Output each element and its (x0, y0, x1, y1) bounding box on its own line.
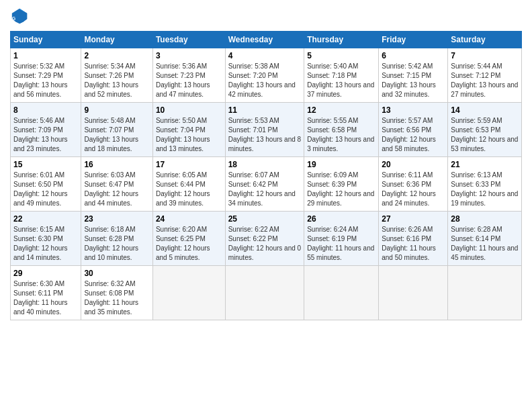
calendar-day-cell: 22 Sunrise: 6:15 AMSunset: 6:30 PMDaylig… (11, 212, 81, 266)
calendar-day-cell (225, 266, 304, 320)
day-number: 10 (156, 105, 222, 115)
day-info: Sunrise: 6:11 AMSunset: 6:36 PMDaylight:… (382, 171, 445, 208)
calendar-header-friday: Friday (379, 32, 448, 48)
calendar-day-cell: 30 Sunrise: 6:32 AMSunset: 6:08 PMDaylig… (81, 266, 152, 320)
day-number: 23 (84, 214, 149, 224)
day-number: 24 (156, 214, 222, 224)
calendar-header-sunday: Sunday (11, 32, 81, 48)
calendar-day-cell: 4 Sunrise: 5:38 AMSunset: 7:20 PMDayligh… (225, 48, 304, 103)
calendar-day-cell: 10 Sunrise: 5:50 AMSunset: 7:04 PMDaylig… (152, 103, 225, 157)
header: G (10, 7, 522, 26)
day-info: Sunrise: 6:05 AMSunset: 6:44 PMDaylight:… (156, 171, 222, 208)
calendar-day-cell: 5 Sunrise: 5:40 AMSunset: 7:18 PMDayligh… (304, 48, 379, 103)
calendar-week-row: 22 Sunrise: 6:15 AMSunset: 6:30 PMDaylig… (11, 212, 522, 266)
day-number: 13 (382, 105, 445, 115)
day-number: 8 (13, 105, 78, 115)
day-number: 19 (307, 160, 375, 169)
day-number: 7 (451, 51, 519, 60)
calendar-day-cell: 12 Sunrise: 5:55 AMSunset: 6:58 PMDaylig… (304, 103, 379, 157)
calendar-day-cell: 15 Sunrise: 6:01 AMSunset: 6:50 PMDaylig… (11, 157, 81, 212)
day-number: 29 (13, 269, 78, 278)
calendar-day-cell: 29 Sunrise: 6:30 AMSunset: 6:11 PMDaylig… (11, 266, 81, 320)
calendar-day-cell: 8 Sunrise: 5:46 AMSunset: 7:09 PMDayligh… (11, 103, 81, 157)
logo-icon: G (10, 7, 29, 26)
day-number: 26 (307, 214, 375, 224)
calendar-day-cell: 27 Sunrise: 6:26 AMSunset: 6:16 PMDaylig… (379, 212, 448, 266)
calendar-day-cell (152, 266, 225, 320)
calendar-day-cell (379, 266, 448, 320)
calendar-week-row: 1 Sunrise: 5:32 AMSunset: 7:29 PMDayligh… (11, 48, 522, 103)
calendar-header-row: SundayMondayTuesdayWednesdayThursdayFrid… (11, 32, 522, 48)
day-number: 2 (84, 51, 149, 60)
day-number: 30 (84, 269, 149, 278)
day-number: 4 (228, 51, 302, 60)
day-info: Sunrise: 5:40 AMSunset: 7:18 PMDaylight:… (307, 62, 375, 99)
day-info: Sunrise: 6:22 AMSunset: 6:22 PMDaylight:… (228, 225, 302, 263)
calendar-header-thursday: Thursday (304, 32, 379, 48)
calendar-day-cell: 16 Sunrise: 6:03 AMSunset: 6:47 PMDaylig… (81, 157, 152, 212)
calendar-week-row: 15 Sunrise: 6:01 AMSunset: 6:50 PMDaylig… (11, 157, 522, 212)
day-info: Sunrise: 6:09 AMSunset: 6:39 PMDaylight:… (307, 171, 375, 208)
calendar-day-cell: 20 Sunrise: 6:11 AMSunset: 6:36 PMDaylig… (379, 157, 448, 212)
day-info: Sunrise: 6:18 AMSunset: 6:28 PMDaylight:… (84, 225, 149, 263)
day-info: Sunrise: 6:15 AMSunset: 6:30 PMDaylight:… (13, 225, 78, 263)
day-info: Sunrise: 5:42 AMSunset: 7:15 PMDaylight:… (382, 62, 445, 99)
day-number: 5 (307, 51, 375, 60)
day-info: Sunrise: 6:26 AMSunset: 6:16 PMDaylight:… (382, 225, 445, 263)
svg-text:G: G (12, 16, 16, 21)
calendar-day-cell: 23 Sunrise: 6:18 AMSunset: 6:28 PMDaylig… (81, 212, 152, 266)
day-info: Sunrise: 5:34 AMSunset: 7:26 PMDaylight:… (84, 62, 149, 99)
day-info: Sunrise: 6:28 AMSunset: 6:14 PMDaylight:… (451, 225, 519, 263)
calendar-day-cell: 14 Sunrise: 5:59 AMSunset: 6:53 PMDaylig… (448, 103, 522, 157)
day-info: Sunrise: 6:32 AMSunset: 6:08 PMDaylight:… (84, 279, 149, 317)
calendar-day-cell: 7 Sunrise: 5:44 AMSunset: 7:12 PMDayligh… (448, 48, 522, 103)
calendar-day-cell: 18 Sunrise: 6:07 AMSunset: 6:42 PMDaylig… (225, 157, 304, 212)
day-info: Sunrise: 5:46 AMSunset: 7:09 PMDaylight:… (13, 116, 78, 154)
calendar-day-cell: 9 Sunrise: 5:48 AMSunset: 7:07 PMDayligh… (81, 103, 152, 157)
calendar-day-cell: 13 Sunrise: 5:57 AMSunset: 6:56 PMDaylig… (379, 103, 448, 157)
day-number: 27 (382, 214, 445, 224)
calendar-day-cell: 2 Sunrise: 5:34 AMSunset: 7:26 PMDayligh… (81, 48, 152, 103)
day-number: 11 (228, 105, 302, 115)
day-info: Sunrise: 5:57 AMSunset: 6:56 PMDaylight:… (382, 116, 445, 154)
calendar-day-cell: 25 Sunrise: 6:22 AMSunset: 6:22 PMDaylig… (225, 212, 304, 266)
calendar-day-cell: 19 Sunrise: 6:09 AMSunset: 6:39 PMDaylig… (304, 157, 379, 212)
calendar-day-cell: 28 Sunrise: 6:28 AMSunset: 6:14 PMDaylig… (448, 212, 522, 266)
day-info: Sunrise: 5:44 AMSunset: 7:12 PMDaylight:… (451, 62, 519, 99)
calendar-day-cell (304, 266, 379, 320)
day-number: 20 (382, 160, 445, 169)
day-info: Sunrise: 5:38 AMSunset: 7:20 PMDaylight:… (228, 62, 302, 99)
calendar-header-monday: Monday (81, 32, 152, 48)
day-number: 18 (228, 160, 302, 169)
calendar-week-row: 29 Sunrise: 6:30 AMSunset: 6:11 PMDaylig… (11, 266, 522, 320)
calendar-day-cell (448, 266, 522, 320)
calendar-header-wednesday: Wednesday (225, 32, 304, 48)
calendar-day-cell: 6 Sunrise: 5:42 AMSunset: 7:15 PMDayligh… (379, 48, 448, 103)
day-info: Sunrise: 6:24 AMSunset: 6:19 PMDaylight:… (307, 225, 375, 263)
day-info: Sunrise: 6:13 AMSunset: 6:33 PMDaylight:… (451, 171, 519, 208)
day-info: Sunrise: 6:01 AMSunset: 6:50 PMDaylight:… (13, 171, 78, 208)
day-info: Sunrise: 6:20 AMSunset: 6:25 PMDaylight:… (156, 225, 222, 263)
calendar-day-cell: 11 Sunrise: 5:53 AMSunset: 7:01 PMDaylig… (225, 103, 304, 157)
day-number: 21 (451, 160, 519, 169)
day-number: 17 (156, 160, 222, 169)
day-number: 22 (13, 214, 78, 224)
calendar-header-saturday: Saturday (448, 32, 522, 48)
day-info: Sunrise: 5:36 AMSunset: 7:23 PMDaylight:… (156, 62, 222, 99)
calendar-day-cell: 3 Sunrise: 5:36 AMSunset: 7:23 PMDayligh… (152, 48, 225, 103)
day-info: Sunrise: 6:03 AMSunset: 6:47 PMDaylight:… (84, 171, 149, 208)
day-number: 12 (307, 105, 375, 115)
day-info: Sunrise: 6:07 AMSunset: 6:42 PMDaylight:… (228, 171, 302, 208)
day-info: Sunrise: 5:48 AMSunset: 7:07 PMDaylight:… (84, 116, 149, 154)
day-info: Sunrise: 6:30 AMSunset: 6:11 PMDaylight:… (13, 279, 78, 317)
day-info: Sunrise: 5:32 AMSunset: 7:29 PMDaylight:… (13, 62, 78, 99)
calendar-day-cell: 17 Sunrise: 6:05 AMSunset: 6:44 PMDaylig… (152, 157, 225, 212)
day-number: 14 (451, 105, 519, 115)
day-info: Sunrise: 5:50 AMSunset: 7:04 PMDaylight:… (156, 116, 222, 154)
calendar-week-row: 8 Sunrise: 5:46 AMSunset: 7:09 PMDayligh… (11, 103, 522, 157)
day-number: 25 (228, 214, 302, 224)
day-info: Sunrise: 5:53 AMSunset: 7:01 PMDaylight:… (228, 116, 302, 154)
day-number: 16 (84, 160, 149, 169)
day-number: 6 (382, 51, 445, 60)
day-number: 15 (13, 160, 78, 169)
